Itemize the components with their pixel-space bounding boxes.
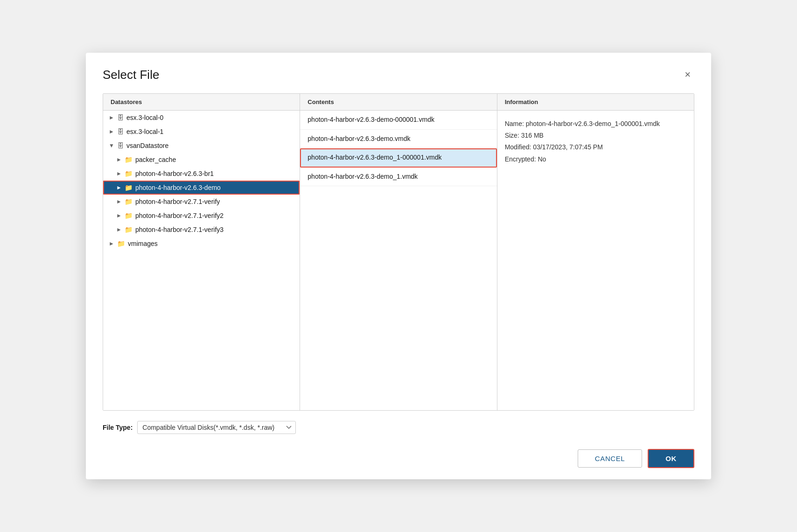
datastores-column: Datastores ► 🗄 esx.3-local-0 ► 🗄 esx.3-l… [103, 94, 300, 410]
tree-item-photon463br1[interactable]: ► 📁 photon-4-harbor-v2.6.3-br1 [103, 167, 300, 181]
folder-icon: 📁 [125, 170, 133, 177]
content-item-file4[interactable]: photon-4-harbor-v2.6.3-demo_1.vmdk [300, 168, 496, 187]
tree-item-esx3local0[interactable]: ► 🗄 esx.3-local-0 [103, 111, 300, 125]
tree-item-label: photon-4-harbor-v2.7.1-verify3 [135, 226, 224, 233]
info-size-value: 316 MB [521, 132, 544, 139]
tree-item-esx3local1[interactable]: ► 🗄 esx.3-local-1 [103, 125, 300, 139]
file-browser: Datastores ► 🗄 esx.3-local-0 ► 🗄 esx.3-l… [103, 93, 694, 411]
select-file-dialog: Select File × Datastores ► 🗄 esx.3-local… [86, 53, 711, 479]
datastores-column-body: ► 🗄 esx.3-local-0 ► 🗄 esx.3-local-1 ▼ 🗄 … [103, 111, 300, 410]
tree-item-label: photon-4-harbor-v2.6.3-demo [135, 184, 221, 191]
info-modified-label: Modified: [505, 143, 531, 151]
chevron-icon: ► [116, 156, 123, 163]
tree-item-photon471verify3[interactable]: ► 📁 photon-4-harbor-v2.7.1-verify3 [103, 223, 300, 237]
chevron-icon: ► [109, 240, 115, 247]
folder-icon: 📁 [125, 212, 133, 219]
chevron-icon: ► [109, 114, 115, 121]
chevron-icon: ► [109, 128, 115, 135]
dialog-header: Select File × [103, 68, 694, 82]
tree-item-label: photon-4-harbor-v2.7.1-verify [135, 198, 220, 205]
datastores-column-header: Datastores [103, 94, 300, 111]
chevron-icon: ► [116, 212, 123, 219]
information-column-body: Name: photon-4-harbor-v2.6.3-demo_1-0000… [497, 111, 694, 410]
info-size: Size: 316 MB [505, 130, 686, 141]
chevron-icon: ► [116, 184, 123, 191]
info-encrypted-label: Encrypted: [505, 155, 536, 163]
content-item-file2[interactable]: photon-4-harbor-v2.6.3-demo.vmdk [300, 130, 496, 149]
tree-item-label: photon-4-harbor-v2.7.1-verify2 [135, 212, 224, 219]
info-encrypted: Encrypted: No [505, 154, 686, 165]
tree-item-label: esx.3-local-1 [126, 128, 163, 135]
bottom-bar: File Type: Compatible Virtual Disks(*.vm… [103, 414, 694, 441]
contents-column: Contents photon-4-harbor-v2.6.3-demo-000… [300, 94, 497, 410]
file-type-select[interactable]: Compatible Virtual Disks(*.vmdk, *.dsk, … [137, 421, 296, 434]
information-column-header: Information [497, 94, 694, 111]
tree-item-photon471verify2[interactable]: ► 📁 photon-4-harbor-v2.7.1-verify2 [103, 209, 300, 223]
info-encrypted-value: No [538, 155, 546, 163]
content-item-label: photon-4-harbor-v2.6.3-demo_1.vmdk [308, 173, 418, 180]
db-icon: 🗄 [117, 114, 124, 121]
tree-item-packer-cache[interactable]: ► 📁 packer_cache [103, 153, 300, 167]
contents-column-body: photon-4-harbor-v2.6.3-demo-000001.vmdk … [300, 111, 496, 410]
info-name-value: photon-4-harbor-v2.6.3-demo_1-000001.vmd… [526, 120, 660, 127]
dialog-title: Select File [103, 68, 159, 82]
tree-item-vmimages[interactable]: ► 📁 vmimages [103, 237, 300, 251]
info-panel: Name: photon-4-harbor-v2.6.3-demo_1-0000… [497, 111, 694, 173]
folder-icon: 📁 [125, 226, 133, 233]
contents-column-header: Contents [300, 94, 496, 111]
tree-item-label: esx.3-local-0 [126, 114, 163, 121]
button-row: CANCEL OK [103, 441, 694, 479]
cancel-button[interactable]: CANCEL [578, 449, 642, 468]
db-icon: 🗄 [117, 142, 124, 149]
tree-item-photon463demo[interactable]: ► 📁 photon-4-harbor-v2.6.3-demo [103, 181, 300, 195]
content-item-label: photon-4-harbor-v2.6.3-demo.vmdk [308, 135, 410, 142]
information-column: Information Name: photon-4-harbor-v2.6.3… [497, 94, 694, 410]
folder-icon: 📁 [117, 240, 125, 247]
tree-item-vsanDatastore[interactable]: ▼ 🗄 vsanDatastore [103, 139, 300, 153]
chevron-icon: ► [116, 170, 123, 177]
ok-button[interactable]: OK [648, 449, 694, 468]
tree-item-label: packer_cache [135, 156, 176, 163]
info-size-label: Size: [505, 132, 519, 139]
tree-item-label: vsanDatastore [126, 142, 168, 149]
content-item-file3[interactable]: photon-4-harbor-v2.6.3-demo_1-000001.vmd… [300, 148, 496, 168]
folder-icon: 📁 [125, 198, 133, 205]
content-item-label: photon-4-harbor-v2.6.3-demo_1-000001.vmd… [308, 154, 441, 161]
info-modified-value: 03/17/2023, 7:07:45 PM [533, 143, 602, 151]
close-button[interactable]: × [681, 68, 694, 82]
info-modified: Modified: 03/17/2023, 7:07:45 PM [505, 141, 686, 153]
tree-item-label: vmimages [128, 240, 158, 247]
tree-item-photon471verify[interactable]: ► 📁 photon-4-harbor-v2.7.1-verify [103, 195, 300, 209]
folder-icon: 📁 [125, 184, 133, 191]
chevron-icon: ► [116, 198, 123, 205]
tree-item-label: photon-4-harbor-v2.6.3-br1 [135, 170, 214, 177]
info-name-label: Name: [505, 120, 524, 127]
content-item-file1[interactable]: photon-4-harbor-v2.6.3-demo-000001.vmdk [300, 111, 496, 130]
info-name: Name: photon-4-harbor-v2.6.3-demo_1-0000… [505, 118, 686, 130]
chevron-down-icon: ▼ [109, 142, 115, 149]
chevron-icon: ► [116, 226, 123, 233]
file-type-label: File Type: [103, 424, 133, 431]
content-item-label: photon-4-harbor-v2.6.3-demo-000001.vmdk [308, 116, 434, 123]
db-icon: 🗄 [117, 128, 124, 135]
folder-icon: 📁 [125, 156, 133, 163]
